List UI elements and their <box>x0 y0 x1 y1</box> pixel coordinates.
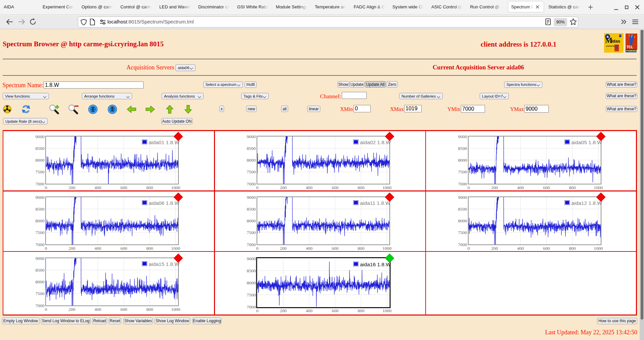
svg-text:7500: 7500 <box>35 291 44 296</box>
svg-text:8500: 8500 <box>35 207 44 212</box>
svg-text:800: 800 <box>358 246 365 251</box>
svg-text:1000: 1000 <box>594 185 603 190</box>
svg-text:200: 200 <box>68 246 75 251</box>
svg-text:8500: 8500 <box>247 268 256 273</box>
svg-text:400: 400 <box>306 246 313 251</box>
svg-text:0: 0 <box>45 246 47 251</box>
svg-text:800: 800 <box>146 185 153 190</box>
svg-text:7500: 7500 <box>458 230 467 235</box>
svg-text:0: 0 <box>467 185 470 190</box>
svg-text:7000: 7000 <box>35 242 44 247</box>
svg-text:600: 600 <box>543 185 550 190</box>
svg-text:aida15 1.8.W: aida15 1.8.W <box>149 261 179 267</box>
svg-text:7500: 7500 <box>247 292 256 297</box>
svg-text:7000: 7000 <box>458 181 467 186</box>
svg-text:400: 400 <box>94 246 101 251</box>
svg-text:200: 200 <box>491 185 498 190</box>
svg-text:aida16 1.8.W: aida16 1.8.W <box>360 261 391 267</box>
svg-text:1000: 1000 <box>171 306 180 311</box>
svg-text:8500: 8500 <box>458 146 467 151</box>
svg-text:7500: 7500 <box>35 169 44 174</box>
svg-text:1000: 1000 <box>382 308 391 313</box>
svg-text:9000: 9000 <box>247 256 256 261</box>
svg-text:8500: 8500 <box>458 207 467 212</box>
svg-text:800: 800 <box>146 246 153 251</box>
svg-text:8000: 8000 <box>35 158 44 163</box>
svg-text:idas: idas <box>611 39 620 44</box>
svg-text:600: 600 <box>331 308 338 313</box>
svg-text:200: 200 <box>280 308 287 313</box>
svg-text:8500: 8500 <box>247 207 256 212</box>
svg-text:8500: 8500 <box>35 146 44 151</box>
svg-text:200: 200 <box>280 185 287 190</box>
svg-text:8000: 8000 <box>247 158 256 163</box>
svg-text:7500: 7500 <box>247 230 256 235</box>
svg-text:7000: 7000 <box>247 304 256 309</box>
svg-text:7000: 7000 <box>35 303 44 308</box>
svg-text:400: 400 <box>94 185 101 190</box>
svg-text:0: 0 <box>256 185 258 190</box>
svg-text:1000: 1000 <box>171 185 180 190</box>
svg-text:400: 400 <box>517 246 524 251</box>
svg-text:600: 600 <box>120 306 127 311</box>
svg-text:200: 200 <box>68 185 75 190</box>
svg-text:aida12 1.8.W: aida12 1.8.W <box>571 200 602 206</box>
svg-text:400: 400 <box>517 185 524 190</box>
svg-text:0: 0 <box>45 306 47 311</box>
svg-text:8000: 8000 <box>35 279 44 284</box>
svg-text:8000: 8000 <box>35 218 44 223</box>
svg-text:8000: 8000 <box>458 158 467 163</box>
svg-text:9000: 9000 <box>458 134 467 139</box>
svg-text:200: 200 <box>68 306 75 311</box>
svg-text:800: 800 <box>358 185 365 190</box>
svg-text:1000: 1000 <box>382 246 391 251</box>
svg-text:800: 800 <box>569 246 576 251</box>
svg-text:400: 400 <box>306 185 313 190</box>
svg-text:T C L: T C L <box>615 50 618 51</box>
svg-text:800: 800 <box>569 185 576 190</box>
svg-text:1000: 1000 <box>382 185 391 190</box>
svg-text:200: 200 <box>491 246 498 251</box>
svg-text:8500: 8500 <box>247 146 256 151</box>
svg-text:9000: 9000 <box>35 195 44 200</box>
svg-text:9000: 9000 <box>35 134 44 139</box>
svg-text:200: 200 <box>280 246 287 251</box>
svg-text:aida11 1.8.W: aida11 1.8.W <box>360 200 390 206</box>
svg-text:7000: 7000 <box>458 242 467 247</box>
svg-text:7500: 7500 <box>247 169 256 174</box>
svg-text:9000: 9000 <box>458 195 467 200</box>
svg-text:aida06 1.8.W: aida06 1.8.W <box>149 200 179 206</box>
svg-text:7500: 7500 <box>458 169 467 174</box>
svg-text:600: 600 <box>120 185 127 190</box>
svg-text:7000: 7000 <box>247 181 256 186</box>
svg-text:8000: 8000 <box>458 218 467 223</box>
svg-text:7500: 7500 <box>35 230 44 235</box>
svg-text:powered by: powered by <box>606 45 615 47</box>
svg-text:7000: 7000 <box>35 181 44 186</box>
svg-text:600: 600 <box>120 246 127 251</box>
svg-text:8000: 8000 <box>247 218 256 223</box>
svg-text:7000: 7000 <box>247 242 256 247</box>
svg-text:600: 600 <box>331 185 338 190</box>
svg-text:9000: 9000 <box>35 256 44 261</box>
svg-text:aida05 1.8.W: aida05 1.8.W <box>571 139 602 145</box>
svg-text:0: 0 <box>45 185 47 190</box>
svg-text:1000: 1000 <box>594 246 603 251</box>
svg-text:800: 800 <box>358 308 365 313</box>
svg-text:aida02 1.8.W: aida02 1.8.W <box>360 139 391 145</box>
svg-text:400: 400 <box>94 306 101 311</box>
svg-text:TCL: TCL <box>627 45 633 49</box>
svg-text:600: 600 <box>331 246 338 251</box>
svg-text:0: 0 <box>256 308 258 313</box>
svg-text:1000: 1000 <box>171 246 180 251</box>
svg-text:POWERED: POWERED <box>626 50 638 52</box>
svg-text:aida01 1.8.W: aida01 1.8.W <box>149 139 179 145</box>
svg-text:400: 400 <box>306 308 313 313</box>
svg-text:8000: 8000 <box>247 280 256 285</box>
svg-text:0: 0 <box>467 246 470 251</box>
svg-text:0: 0 <box>256 246 258 251</box>
svg-text:9000: 9000 <box>247 134 256 139</box>
svg-text:800: 800 <box>146 306 153 311</box>
svg-text:9000: 9000 <box>247 195 256 200</box>
svg-text:8500: 8500 <box>35 267 44 272</box>
